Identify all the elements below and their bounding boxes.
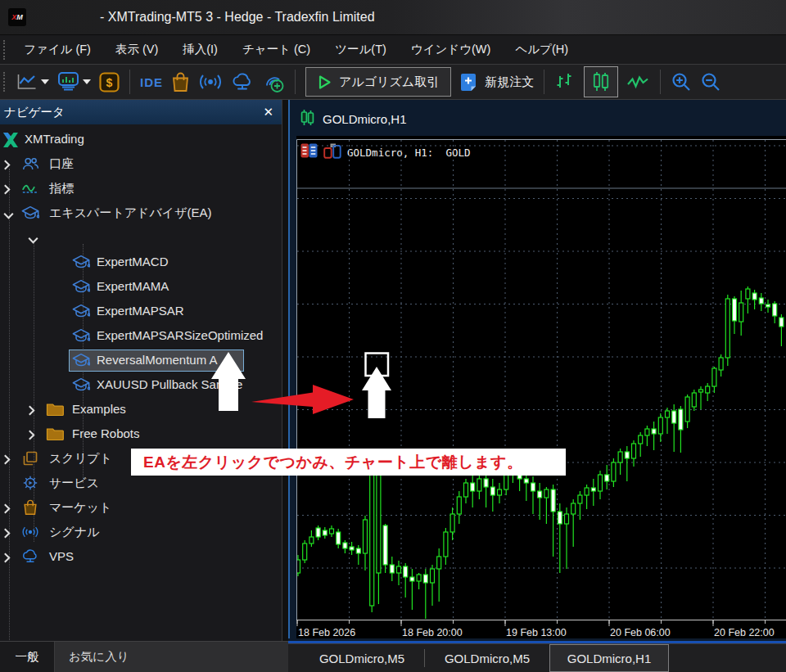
chevron-right-icon[interactable] — [3, 552, 11, 566]
navigator-tab-general[interactable]: 一般 — [0, 642, 55, 672]
ea-cap-icon — [72, 254, 90, 270]
broadcast-add-button[interactable] — [262, 67, 285, 97]
zoom-in-button[interactable] — [671, 67, 692, 97]
chart-plot-area[interactable] — [296, 136, 786, 638]
chevron-down-icon[interactable] — [28, 232, 38, 247]
tree-item-expertmapsarsizeoptimized[interactable]: ExpertMAPSARSizeOptimized — [0, 324, 282, 347]
one-click-trading-icon[interactable] — [300, 143, 318, 161]
annotation-banner: EAを左クリックでつかみ、チャート上で離します。 — [131, 449, 566, 476]
tree-item--ea-[interactable]: エキスパートアドバイザ(EA) — [0, 201, 282, 224]
ide-button[interactable]: IDE — [140, 67, 163, 97]
tree-item--[interactable]: 指標 — [0, 177, 282, 200]
tree-item-reversalmomentum-a[interactable]: ReversalMomentum A — [0, 349, 282, 372]
menu-item-4[interactable]: チャート (C) — [230, 35, 323, 64]
navigator-header: ナビゲータ ✕ — [0, 100, 282, 124]
folder-icon — [46, 426, 64, 442]
indicators-button[interactable] — [57, 67, 91, 97]
script-icon — [21, 450, 39, 467]
menu-item-6[interactable]: ウインドウ(W) — [399, 35, 504, 64]
market-button[interactable] — [171, 67, 190, 97]
depth-of-market-icon[interactable] — [323, 143, 341, 162]
window-title: - XMTrading-MT5 3 - Hedge - Tradexfin Li… — [100, 0, 375, 34]
chevron-right-icon[interactable] — [28, 429, 35, 444]
chart-tab-3[interactable]: GOLDmicro,H1 — [549, 644, 669, 672]
line-chart-mode-button[interactable] — [626, 67, 650, 97]
tree-item-label: 指標 — [49, 177, 74, 200]
annotation-text: EAを左クリックでつかみ、チャート上で離します。 — [131, 449, 566, 476]
chart-info-text: GOLDmicro, H1: GOLD — [347, 147, 471, 159]
bar-chart-mode-button[interactable] — [554, 67, 576, 97]
navigator-tab-favorites[interactable]: お気に入り — [69, 642, 129, 672]
ide-button-label: IDE — [140, 75, 163, 89]
tree-item-expander[interactable] — [0, 226, 282, 249]
chart-window-title-bar[interactable]: GOLDmicro,H1 — [300, 106, 407, 131]
chart-tab-bar: GOLDmicro,M5GOLDmicro,M5GOLDmicro,H1 — [288, 643, 786, 672]
accounts-icon — [21, 156, 39, 172]
close-icon[interactable]: ✕ — [263, 105, 273, 120]
algo-trading-button[interactable]: アルゴリズム取引 — [305, 67, 451, 97]
tree-item-label: XMTrading — [25, 128, 84, 151]
shopping-bag-icon — [171, 72, 190, 92]
menu-item-5[interactable]: ツール(T) — [323, 35, 399, 64]
cloud-icon — [231, 73, 254, 92]
algo-trading-button-label: アルゴリズム取引 — [339, 74, 439, 90]
chevron-right-icon[interactable] — [28, 404, 35, 419]
chevron-right-icon[interactable] — [3, 503, 11, 517]
chevron-right-icon[interactable] — [3, 159, 11, 174]
tree-item-xauusd-pullback-sample[interactable]: XAUUSD Pullback Sample — [0, 373, 282, 396]
chart-window-title: GOLDmicro,H1 — [323, 112, 407, 126]
signals-button[interactable] — [198, 67, 223, 97]
tree-item--[interactable]: 口座 — [0, 152, 282, 175]
indicators-icon — [21, 180, 39, 196]
tree-item-vps[interactable]: VPS — [0, 545, 282, 568]
menu-item-3[interactable]: 挿入(I) — [170, 35, 230, 64]
tree-item-expertmama[interactable]: ExpertMAMA — [0, 275, 282, 298]
tree-item--[interactable]: マーケット — [0, 496, 282, 519]
chart-tab-1[interactable]: GOLDmicro,M5 — [300, 644, 424, 672]
tree-item-free-robots[interactable]: Free Robots — [0, 422, 282, 445]
chart-tab-2[interactable]: GOLDmicro,M5 — [425, 644, 549, 672]
new-order-button[interactable]: 新規注文 — [459, 67, 534, 97]
tree-item-expertmapsar[interactable]: ExpertMAPSAR — [0, 300, 282, 322]
tree-item-label: ExpertMACD — [97, 250, 169, 273]
chevron-right-icon[interactable] — [3, 183, 11, 198]
zoom-in-icon — [671, 71, 692, 92]
candle-chart-mode-button[interactable] — [584, 66, 618, 97]
tree-item--[interactable]: シグナル — [0, 521, 282, 543]
chart-window-button[interactable] — [16, 67, 49, 97]
services-icon — [21, 475, 39, 491]
candles-icon — [591, 71, 611, 92]
toolbar-separator — [129, 70, 130, 94]
tree-item-expertmacd[interactable]: ExpertMACD — [0, 250, 282, 273]
toolbar: $IDEアルゴリズム取引新規注文 — [0, 64, 786, 100]
ea-cap-icon — [72, 278, 90, 295]
tree-item-label: Free Robots — [72, 422, 140, 445]
tree-item-label: エキスパートアドバイザ(EA) — [49, 201, 212, 224]
menu-item-2[interactable]: 表示 (V) — [103, 35, 170, 64]
menu-item-7[interactable]: ヘルプ(H) — [503, 35, 580, 64]
signal-waves-icon — [198, 74, 223, 90]
caret-down-icon[interactable] — [83, 79, 91, 84]
caret-down-icon[interactable] — [41, 79, 49, 84]
vps-button[interactable] — [231, 67, 254, 97]
menu-item-1[interactable]: ファイル (F) — [11, 35, 103, 64]
tree-item-label: Examples — [72, 398, 126, 421]
chevron-down-icon[interactable] — [3, 208, 14, 223]
tree-item-label: ExpertMAPSARSizeOptimized — [97, 324, 263, 347]
toolbar-grip[interactable] — [3, 72, 9, 92]
tree-item-examples[interactable]: Examples — [0, 398, 282, 421]
toolbar-separator — [295, 70, 296, 94]
indicator-panel-icon — [57, 71, 79, 92]
chevron-right-icon[interactable] — [3, 527, 11, 542]
ea-cap-icon — [72, 352, 90, 368]
signal-waves-icon — [21, 524, 39, 540]
toolbar-separator — [544, 70, 544, 94]
cloud-icon — [21, 548, 39, 565]
chevron-right-icon[interactable] — [3, 453, 11, 468]
chart-info-row: GOLDmicro, H1: GOLD — [300, 144, 471, 160]
zoom-out-button[interactable] — [700, 67, 721, 97]
tree-item-xmtrading[interactable]: XMTrading — [0, 128, 282, 151]
new-order-button-label: 新規注文 — [485, 74, 534, 90]
ea-cap-icon — [72, 303, 90, 319]
quotes-button[interactable]: $ — [99, 67, 120, 97]
